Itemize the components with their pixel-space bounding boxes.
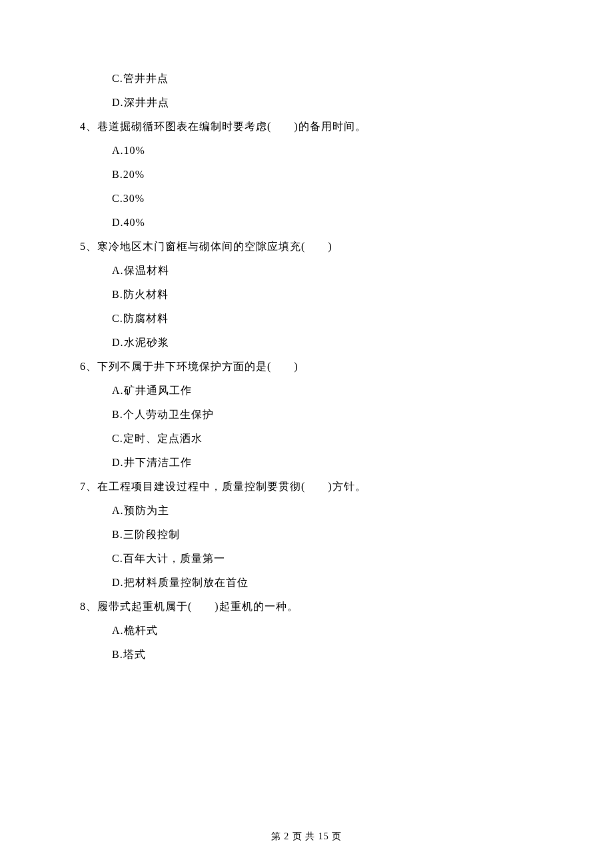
q8-option-b: B.塔式 — [112, 649, 533, 660]
page-content: C.管井井点 D.深井井点 4、巷道掘砌循环图表在编制时要考虑( )的备用时间。… — [0, 0, 613, 660]
q7-option-b: B.三阶段控制 — [112, 529, 533, 540]
q4-option-b: B.20% — [112, 169, 533, 180]
q5-option-c: C.防腐材料 — [112, 313, 533, 324]
q5-option-a: A.保温材料 — [112, 265, 533, 276]
q8-stem: 8、履带式起重机属于( )起重机的一种。 — [80, 601, 533, 612]
q4-stem: 4、巷道掘砌循环图表在编制时要考虑( )的备用时间。 — [80, 121, 533, 132]
q5-option-d: D.水泥砂浆 — [112, 337, 533, 348]
q5-stem: 5、寒冷地区木门窗框与砌体间的空隙应填充( ) — [80, 241, 533, 252]
q8-option-a: A.桅杆式 — [112, 625, 533, 636]
q6-option-b: B.个人劳动卫生保护 — [112, 409, 533, 420]
q7-option-a: A.预防为主 — [112, 505, 533, 516]
q6-option-d: D.井下清洁工作 — [112, 457, 533, 468]
q3-option-d: D.深井井点 — [112, 97, 533, 108]
q6-option-a: A.矿井通风工作 — [112, 385, 533, 396]
q5-option-b: B.防火材料 — [112, 289, 533, 300]
q7-stem: 7、在工程项目建设过程中，质量控制要贯彻( )方针。 — [80, 481, 533, 492]
q3-option-c: C.管井井点 — [112, 73, 533, 84]
q4-option-a: A.10% — [112, 145, 533, 156]
q7-option-d: D.把材料质量控制放在首位 — [112, 577, 533, 588]
q4-option-d: D.40% — [112, 217, 533, 228]
q4-option-c: C.30% — [112, 193, 533, 204]
page-footer: 第 2 页 共 15 页 — [0, 832, 613, 841]
q6-option-c: C.定时、定点洒水 — [112, 433, 533, 444]
q7-option-c: C.百年大计，质量第一 — [112, 553, 533, 564]
q6-stem: 6、下列不属于井下环境保护方面的是( ) — [80, 361, 533, 372]
